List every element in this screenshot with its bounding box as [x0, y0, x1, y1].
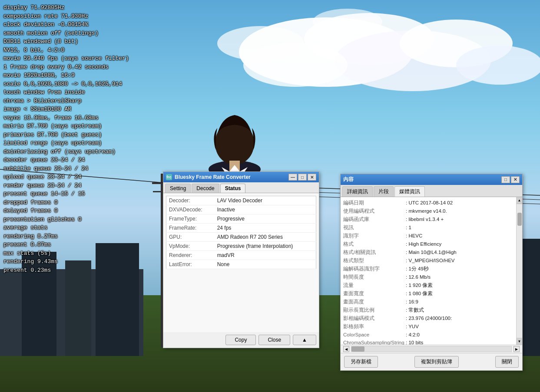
- status-value: AMD Radeon R7 200 Series: [215, 233, 316, 242]
- naiyou-label-item: 編碼函式庫: [343, 215, 404, 224]
- naiyou-titlebar[interactable]: 內容 □ ✕: [341, 174, 522, 185]
- naiyou-value-item: : V_MPEGH/ISO/HEV: [406, 257, 522, 265]
- naiyou-value-item: : UTC 2017-08-14 02: [406, 199, 522, 207]
- status-row: Renderer:madVR: [166, 251, 316, 260]
- scrollbar-up-btn[interactable]: ▲: [517, 197, 523, 204]
- debug-line: vsync 13.90ms, frame 16.68ms: [3, 114, 136, 122]
- naiyou-minimize-btn[interactable]: □: [501, 176, 510, 183]
- copy-to-clipboard-btn[interactable]: 複製到剪貼簿: [414, 356, 459, 368]
- debug-line: decoder queue 23-24 / 24: [3, 156, 136, 165]
- tab-segment[interactable]: 片段: [374, 186, 394, 197]
- debug-line: touch window from inside: [3, 88, 136, 97]
- debug-line: average stats: [3, 224, 136, 232]
- naiyou-values: : UTC 2017-08-14 02: mkvmerge v14.0.: li…: [404, 199, 522, 345]
- naiyou-label-item: 識別字: [343, 232, 404, 240]
- naiyou-label-item: 編碼日期: [343, 199, 404, 207]
- hscroll-right-btn[interactable]: ▶: [513, 346, 520, 352]
- hscroll-track[interactable]: [351, 346, 512, 352]
- close-dialog-button[interactable]: Close: [258, 335, 290, 345]
- debug-line: present 0.07ms: [3, 240, 136, 249]
- status-row: FrameType:Progressive: [166, 214, 316, 224]
- status-value: Progressive: [215, 214, 316, 224]
- status-label: Decoder:: [166, 196, 215, 205]
- debug-line: smooth motion off (settings): [3, 29, 136, 38]
- debug-line: primaries BT.709 (best guess): [3, 131, 136, 139]
- naiyou-value-item: : 1: [406, 224, 522, 232]
- bfrc-titlebar[interactable]: frc Bluesky Frame Rate Converter — □ ✕: [163, 172, 319, 182]
- naiyou-label-item: 影格頻率: [343, 323, 404, 331]
- status-value: madVR: [215, 251, 316, 260]
- naiyou-tabs: 詳細資訊 片段 媒體資訊: [341, 185, 522, 197]
- naiyou-label-item: 格式類型: [343, 257, 404, 265]
- naiyou-content: 編碼日期使用編碼程式編碼函式庫視訊識別字格式格式/相關資訊格式類型編解碼器識別字…: [341, 197, 522, 345]
- save-new-btn[interactable]: 另存新檔: [344, 356, 378, 368]
- status-label: FrameRate:: [166, 224, 215, 233]
- debug-line: display 71.92805Hz: [3, 3, 136, 12]
- debug-line: limited range (says upstream): [3, 139, 136, 148]
- tab-setting[interactable]: Setting: [165, 184, 191, 193]
- debug-line: subtitle queue 23-24 / 24: [3, 165, 136, 173]
- naiyou-scrollbar[interactable]: ▲ ▼: [516, 197, 522, 345]
- naiyou-label-item: ColorSpace: [343, 331, 404, 339]
- naiyou-label-item: 編解碼器識別字: [343, 265, 404, 273]
- naiyou-value-item: : High Efficiency: [406, 240, 522, 248]
- svg-point-8: [217, 26, 304, 61]
- status-row: Decoder:LAV Video Decoder: [166, 196, 316, 205]
- copy-button[interactable]: Copy: [225, 335, 256, 345]
- debug-line: present 0.23ms: [3, 266, 136, 275]
- hscroll-thumb[interactable]: [351, 346, 364, 352]
- naiyou-label-item: 使用編碼程式: [343, 207, 404, 215]
- debug-line: clock deviation -0.00154%: [3, 20, 136, 29]
- tab-detailed-info[interactable]: 詳細資訊: [342, 186, 373, 197]
- debug-line: deinterlacing off (says upstream): [3, 148, 136, 156]
- status-label: Renderer:: [166, 251, 215, 260]
- naiyou-value-item: : 4:2:0: [406, 331, 522, 339]
- bfrc-window-controls: — □ ✕: [288, 174, 316, 181]
- status-label: GPU:: [166, 233, 215, 242]
- naiyou-window: 內容 □ ✕ 詳細資訊 片段 媒體資訊 編碼日期使用編碼程式編碼函式庫視訊識別字…: [340, 174, 523, 371]
- status-value: Progressive (frame Interpolation): [215, 242, 316, 251]
- tab-status[interactable]: Status: [220, 184, 246, 193]
- debug-line: matrix BT.709 (says upstream): [3, 122, 136, 131]
- tab-media-info[interactable]: 媒體資訊: [394, 186, 425, 197]
- naiyou-window-controls: □ ✕: [501, 176, 520, 183]
- bfrc-close-btn[interactable]: ✕: [308, 174, 316, 181]
- naiyou-value-item: : YUV: [406, 323, 522, 331]
- debug-line: presentation glitches 0: [3, 215, 136, 224]
- debug-line: dropped frames 0: [3, 198, 136, 207]
- tab-decode[interactable]: Decode: [192, 184, 219, 193]
- naiyou-close-btn[interactable]: ✕: [511, 176, 520, 183]
- naiyou-value-item: : 1 080 像素: [406, 290, 522, 298]
- scrollbar-down-btn[interactable]: ▼: [517, 338, 523, 345]
- hscroll-left-btn[interactable]: ◀: [343, 346, 349, 352]
- debug-line: upload queue 23-24 / 24: [3, 173, 136, 181]
- debug-line: delayed frames 0: [3, 207, 136, 215]
- naiyou-labels: 編碼日期使用編碼程式編碼函式庫視訊識別字格式格式/相關資訊格式類型編解碼器識別字…: [343, 199, 404, 345]
- naiyou-value-item: : libebml v1.3.4 +: [406, 215, 522, 224]
- naiyou-value-item: : 常數式: [406, 306, 522, 314]
- scrollbar-thumb[interactable]: [517, 213, 522, 226]
- naiyou-label-item: 視訊: [343, 224, 404, 232]
- debug-line: scale 0,0,1920,1080 -> 0,0,1625,914: [3, 80, 136, 89]
- bfrc-minimize-btn[interactable]: —: [288, 174, 297, 181]
- status-value: LAV Video Decoder: [215, 196, 316, 205]
- debug-line: composition rate 71.930Hz: [3, 12, 136, 21]
- naiyou-hscroll: ◀ ▶: [341, 345, 522, 353]
- status-row: LastError:None: [166, 260, 316, 269]
- naiyou-footer: 另存新檔 複製到剪貼簿 關閉: [341, 353, 522, 370]
- naiyou-close-dialog-btn[interactable]: 關閉: [495, 356, 519, 368]
- bfrc-maximize-btn[interactable]: □: [298, 174, 307, 181]
- bfrc-content: Decoder:LAV Video DecoderDXVADecode:Inac…: [163, 193, 319, 332]
- naiyou-label-item: ChromaSubsampling/String: [343, 339, 404, 345]
- status-label: DXVADecode:: [166, 205, 215, 214]
- status-row: GPU:AMD Radeon R7 200 Series: [166, 233, 316, 242]
- status-label: LastError:: [166, 260, 215, 269]
- status-label: FrameType:: [166, 214, 215, 224]
- svg-point-9: [313, 9, 382, 35]
- status-row: VpMode:Progressive (frame Interpolation): [166, 242, 316, 251]
- naiyou-value-item: : mkvmerge v14.0.: [406, 207, 522, 215]
- bfrc-buttons: Copy Close ▲: [163, 332, 319, 348]
- status-table: Decoder:LAV Video DecoderDXVADecode:Inac…: [166, 196, 316, 269]
- scroll-button[interactable]: ▲: [293, 335, 316, 345]
- status-row: DXVADecode:Inactive: [166, 205, 316, 214]
